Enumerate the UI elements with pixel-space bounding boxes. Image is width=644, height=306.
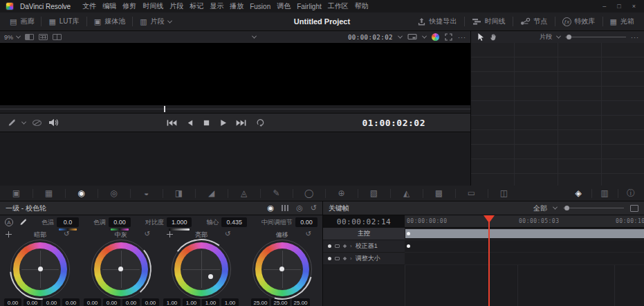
minimize-button[interactable]: – — [602, 3, 606, 10]
maximize-button[interactable]: □ — [617, 3, 620, 10]
wheel-dot[interactable] — [208, 274, 213, 279]
timeline-button[interactable]: 时间线 — [465, 12, 513, 30]
value-box[interactable]: 0.00 — [142, 298, 159, 306]
hand-icon[interactable] — [489, 33, 497, 42]
chevron-down-icon[interactable] — [553, 205, 558, 210]
reset-icon[interactable]: ↺ — [225, 230, 230, 237]
expand-icon[interactable] — [445, 33, 452, 41]
still-wipe-icon[interactable] — [32, 119, 42, 127]
scrub-playhead[interactable] — [164, 106, 165, 112]
crosshair-icon[interactable] — [6, 231, 12, 237]
blur-icon[interactable]: ◭ — [390, 186, 423, 201]
viewer-canvas[interactable] — [0, 43, 470, 105]
param-value[interactable]: 1.000 — [167, 217, 192, 227]
chevron-down-icon[interactable] — [422, 34, 427, 39]
menu-fusion[interactable]: Fusion — [250, 3, 270, 10]
value-box[interactable]: 0.00 — [84, 298, 101, 306]
value-box[interactable]: 25.00 — [251, 298, 269, 306]
viewer-scrub-bar[interactable] — [0, 105, 470, 113]
camera-raw-icon[interactable]: ▣ — [0, 186, 33, 201]
clips-view-button[interactable]: ▥ 片段 — [133, 12, 178, 30]
wipe-mode-icon[interactable] — [25, 34, 34, 40]
quick-export-button[interactable]: 快捷导出 — [410, 12, 464, 30]
reset-icon[interactable]: ↺ — [145, 230, 150, 237]
param-value[interactable]: 0.00 — [295, 217, 318, 227]
track-label[interactable]: 主控 — [323, 228, 405, 240]
enable-dot-icon[interactable] — [328, 244, 331, 248]
qualifier-icon[interactable]: ✎ — [260, 186, 293, 201]
clips-mode-label[interactable]: 片段 — [540, 33, 552, 42]
info-icon[interactable]: ⓘ — [618, 186, 644, 201]
crosshair-icon[interactable] — [167, 231, 173, 237]
expand-chevron-icon[interactable]: › — [350, 243, 352, 249]
panel-expand-icon[interactable] — [630, 205, 638, 212]
menu-workspace[interactable]: 工作区 — [328, 1, 349, 11]
stop-button[interactable] — [203, 119, 210, 127]
menu-timeline[interactable]: 时间线 — [142, 1, 163, 11]
close-button[interactable]: × — [632, 3, 636, 10]
keyframes-icon[interactable]: ◈ — [565, 186, 591, 201]
viewer-more-button[interactable]: ··· — [458, 34, 466, 41]
gallery-button[interactable]: ▤ 画廊 — [3, 12, 41, 30]
first-frame-button[interactable] — [166, 119, 177, 127]
keyframe-dot[interactable] — [407, 244, 410, 248]
nodes-button[interactable]: 节点 — [513, 12, 555, 30]
playhead-line[interactable] — [488, 215, 490, 306]
track-label-group[interactable]: › 校正器1 — [323, 240, 405, 253]
menu-color[interactable]: 调色 — [277, 1, 291, 11]
stereo-3d-icon[interactable]: ◫ — [488, 186, 520, 201]
wheels-mode-icon[interactable]: ◉ — [268, 204, 275, 213]
keyframe-zoom-slider[interactable] — [563, 208, 624, 208]
keyframe-timecode[interactable]: 00:00:02:14 — [323, 215, 405, 228]
gain-wheel[interactable] — [161, 240, 242, 298]
track-label-group[interactable]: › 调整大小 — [323, 253, 405, 265]
auto-balance-icon[interactable]: A — [5, 218, 13, 226]
timeline-select-chevron-icon[interactable] — [252, 34, 257, 39]
gamma-wheel[interactable] — [81, 240, 162, 298]
value-box[interactable]: 0.00 — [62, 298, 80, 306]
app-logo-icon[interactable] — [6, 2, 14, 10]
enable-dot-icon[interactable] — [328, 257, 331, 260]
zoom-select[interactable]: 9% — [4, 34, 20, 41]
hdr-grade-icon[interactable]: ◎ — [98, 186, 130, 201]
play-button[interactable] — [219, 119, 227, 127]
menu-mark[interactable]: 标记 — [190, 1, 203, 11]
log-mode-icon[interactable]: ◎ — [296, 204, 303, 213]
param-value[interactable]: 0.435 — [221, 217, 247, 227]
menu-fairlight[interactable]: Fairlight — [297, 3, 322, 10]
lift-wheel[interactable] — [0, 240, 81, 298]
power-window-icon[interactable]: ◯ — [293, 186, 325, 201]
expand-chevron-icon[interactable]: › — [350, 255, 352, 262]
color-match-icon[interactable]: ▦ — [33, 186, 65, 201]
playhead-handle[interactable] — [484, 215, 495, 223]
color-wheels-icon[interactable]: ◉ — [65, 186, 98, 201]
wheel-dot[interactable] — [38, 267, 43, 271]
color-viewer-icon[interactable] — [432, 33, 439, 41]
scopes-icon[interactable]: ▥ — [591, 186, 618, 201]
motion-effects-icon[interactable]: ◨ — [163, 186, 195, 201]
reset-icon[interactable]: ↺ — [64, 230, 69, 237]
key-icon[interactable]: ▩ — [423, 186, 455, 201]
rgb-mixer-icon[interactable]: ◒ — [130, 186, 163, 201]
keyframe-diamond-icon[interactable] — [343, 244, 347, 249]
curves-icon[interactable]: ◢ — [195, 186, 228, 201]
value-box[interactable]: 1.00 — [221, 298, 239, 306]
white-balance-picker-icon[interactable] — [19, 218, 27, 226]
split-mode-icon[interactable] — [53, 34, 62, 40]
tracker-icon[interactable]: ⊕ — [325, 186, 358, 201]
value-box[interactable]: 0.00 — [4, 298, 21, 306]
param-value[interactable]: 0.00 — [109, 217, 131, 227]
menu-view[interactable]: 显示 — [210, 1, 223, 11]
effects-button[interactable]: ƒx 特效库 — [555, 12, 602, 30]
menu-file[interactable]: 文件 — [82, 1, 96, 11]
picker-icon[interactable] — [7, 118, 16, 127]
magic-mask-icon[interactable]: ▧ — [358, 186, 390, 201]
viewer-mode-icon[interactable] — [407, 33, 417, 41]
keyframe-scope-label[interactable]: 全部 — [533, 204, 547, 213]
menu-edit[interactable]: 编辑 — [102, 1, 116, 11]
track-lane[interactable] — [405, 228, 644, 240]
value-box[interactable]: 25.00 — [292, 298, 310, 306]
palette-reset-icon[interactable]: ↺ — [311, 204, 317, 213]
step-back-button[interactable] — [186, 119, 194, 127]
lock-icon[interactable] — [335, 244, 340, 248]
